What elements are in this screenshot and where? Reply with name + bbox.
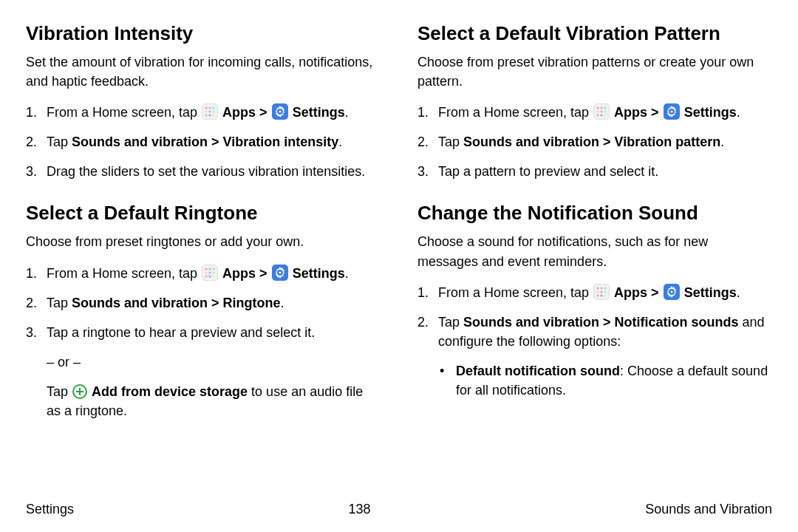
svg-point-1 — [208, 107, 211, 109]
svg-point-31 — [600, 290, 602, 293]
intro-text: Choose a sound for notifications, such a… — [417, 232, 772, 270]
svg-point-30 — [596, 290, 598, 293]
section-vibration-intensity: Vibration Intensity Set the amount of vi… — [26, 22, 381, 181]
apps-label: Apps — [614, 105, 647, 120]
apps-icon — [202, 103, 218, 120]
apps-icon — [202, 265, 218, 281]
svg-point-23 — [604, 111, 606, 113]
step-item: From a Home screen, tap Apps > Settings. — [417, 283, 772, 302]
step-item: From a Home screen, tap Apps > Settings. — [26, 103, 381, 122]
step-item: Tap Sounds and vibration > Notification … — [417, 313, 772, 351]
svg-point-6 — [205, 115, 207, 117]
step-text: Tap — [47, 384, 72, 399]
svg-point-14 — [212, 271, 214, 273]
footer-page-number: 138 — [349, 502, 371, 517]
step-item: Drag the sliders to set the various vibr… — [26, 162, 381, 181]
steps-list: From a Home screen, tap Apps > Settings.… — [26, 103, 381, 181]
svg-point-8 — [212, 115, 214, 117]
svg-point-5 — [212, 111, 214, 113]
svg-point-25 — [600, 115, 602, 117]
svg-point-15 — [205, 275, 207, 277]
svg-point-17 — [212, 275, 214, 277]
svg-point-28 — [600, 287, 602, 289]
steps-list: From a Home screen, tap Apps > Settings.… — [26, 264, 381, 342]
section-vibration-pattern: Select a Default Vibration Pattern Choos… — [417, 22, 772, 181]
apps-icon — [593, 103, 610, 120]
settings-icon — [664, 284, 680, 300]
step-text: Tap — [47, 134, 72, 149]
settings-icon — [664, 103, 680, 120]
or-separator: – or – — [26, 352, 381, 372]
step-bold: Sounds and vibration > Vibration intensi… — [72, 134, 338, 149]
svg-point-7 — [208, 115, 211, 117]
settings-icon — [272, 265, 288, 281]
svg-point-16 — [208, 275, 211, 277]
apps-label: Apps — [222, 266, 256, 281]
separator: > — [651, 105, 663, 120]
svg-point-4 — [208, 111, 211, 113]
step-text: From a Home screen, tap — [438, 105, 593, 120]
svg-point-29 — [604, 287, 606, 289]
heading-vibration-intensity: Vibration Intensity — [26, 22, 381, 45]
step-item: Tap a ringtone to hear a preview and sel… — [26, 323, 381, 342]
step-item: Tap Sounds and vibration > Vibration pat… — [417, 132, 772, 151]
settings-label: Settings — [293, 105, 345, 120]
heading-default-ringtone: Select a Default Ringtone — [26, 202, 381, 225]
step-text: From a Home screen, tap — [47, 266, 201, 281]
step-text: From a Home screen, tap — [47, 105, 201, 120]
svg-point-21 — [596, 111, 598, 113]
settings-label: Settings — [293, 266, 345, 281]
apps-label: Apps — [222, 105, 256, 120]
intro-text: Choose from preset ringtones or add your… — [26, 232, 381, 251]
option-item: Default notification sound: Choose a def… — [438, 361, 772, 400]
settings-label: Settings — [684, 105, 737, 120]
option-bold: Default notification sound — [456, 364, 620, 378]
page-footer: Settings 138 Sounds and Vibration — [26, 502, 772, 517]
svg-point-26 — [604, 115, 606, 117]
svg-point-18 — [596, 107, 598, 109]
separator: > — [259, 266, 271, 281]
step-item: Tap a pattern to preview and select it. — [417, 162, 772, 181]
svg-point-2 — [212, 107, 214, 109]
step-item: Tap Sounds and vibration > Ringtone. — [26, 293, 381, 313]
svg-point-24 — [596, 115, 598, 117]
step-item: From a Home screen, tap Apps > Settings. — [417, 103, 772, 122]
svg-point-32 — [604, 290, 606, 293]
svg-point-27 — [596, 287, 598, 289]
step-item: Tap Sounds and vibration > Vibration int… — [26, 132, 381, 151]
step-item: From a Home screen, tap Apps > Settings. — [26, 264, 381, 283]
settings-label: Settings — [684, 285, 737, 300]
intro-text: Set the amount of vibration for incoming… — [26, 52, 381, 91]
svg-point-0 — [205, 107, 207, 109]
separator: > — [259, 105, 271, 120]
step-text: Tap — [438, 134, 463, 149]
step-text: Tap — [47, 296, 72, 310]
svg-point-3 — [205, 111, 207, 113]
plus-icon — [72, 384, 87, 399]
step-text: Tap — [438, 315, 463, 330]
separator: > — [651, 285, 663, 300]
section-notification-sound: Change the Notification Sound Choose a s… — [417, 202, 772, 400]
step-bold: Sounds and vibration > Vibration pattern — [463, 134, 720, 149]
svg-point-34 — [600, 294, 602, 296]
svg-point-11 — [212, 267, 214, 270]
apps-label: Apps — [614, 285, 647, 300]
section-default-ringtone: Select a Default Ringtone Choose from pr… — [26, 202, 381, 420]
svg-point-33 — [596, 294, 598, 296]
step-text: From a Home screen, tap — [438, 285, 593, 300]
right-column: Select a Default Vibration Pattern Choos… — [417, 22, 772, 431]
options-list: Default notification sound: Choose a def… — [417, 361, 772, 400]
settings-icon — [272, 103, 288, 120]
steps-list: From a Home screen, tap Apps > Settings.… — [417, 103, 772, 181]
step-bold: Sounds and vibration > Ringtone — [72, 296, 281, 310]
svg-point-35 — [604, 294, 606, 296]
svg-point-10 — [208, 267, 211, 270]
footer-left: Settings — [26, 502, 74, 517]
svg-point-12 — [205, 271, 207, 273]
left-column: Vibration Intensity Set the amount of vi… — [26, 22, 381, 431]
intro-text: Choose from preset vibration patterns or… — [417, 52, 772, 91]
steps-list: From a Home screen, tap Apps > Settings.… — [417, 283, 772, 351]
heading-vibration-pattern: Select a Default Vibration Pattern — [417, 22, 772, 45]
step-bold: Add from device storage — [92, 384, 248, 399]
heading-notification-sound: Change the Notification Sound — [417, 202, 772, 225]
